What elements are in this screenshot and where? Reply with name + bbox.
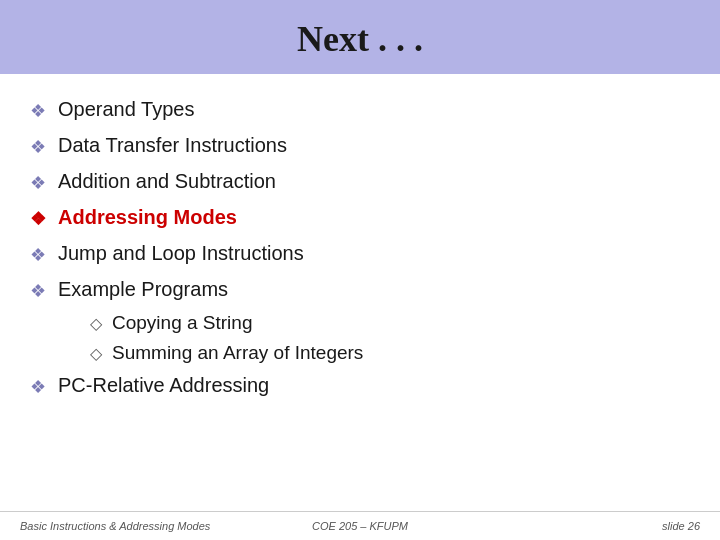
bullet-pc-relative-text: PC-Relative Addressing bbox=[58, 374, 269, 397]
slide-content: ❖ Operand Types ❖ Data Transfer Instruct… bbox=[0, 74, 720, 511]
bullet-jump: ❖ Jump and Loop Instructions bbox=[30, 236, 680, 272]
bullet-addressing: ❖ Addressing Modes bbox=[30, 200, 680, 236]
sub-bullets-container: ◇ Copying a String ◇ Summing an Array of… bbox=[90, 308, 680, 368]
bullet-operand: ❖ Operand Types bbox=[30, 92, 680, 128]
sub-bullet-summing: ◇ Summing an Array of Integers bbox=[90, 338, 680, 368]
bullet-operand-text: Operand Types bbox=[58, 98, 194, 121]
diamond-icon-4: ❖ bbox=[30, 208, 46, 230]
bullet-addressing-text: Addressing Modes bbox=[58, 206, 237, 229]
footer-left-text: Basic Instructions & Addressing Modes bbox=[20, 520, 247, 532]
diamond-icon-6: ❖ bbox=[30, 280, 46, 302]
bullet-addition: ❖ Addition and Subtraction bbox=[30, 164, 680, 200]
diamond-icon-2: ❖ bbox=[30, 136, 46, 158]
bullet-example-text: Example Programs bbox=[58, 278, 228, 301]
diamond-icon-3: ❖ bbox=[30, 172, 46, 194]
sub-bullet-copying: ◇ Copying a String bbox=[90, 308, 680, 338]
bullet-data-transfer: ❖ Data Transfer Instructions bbox=[30, 128, 680, 164]
slide-title: Next . . . bbox=[297, 19, 423, 59]
slide: Next . . . ❖ Operand Types ❖ Data Transf… bbox=[0, 0, 720, 540]
open-diamond-icon-1: ◇ bbox=[90, 314, 102, 333]
bullet-pc-relative: ❖ PC-Relative Addressing bbox=[30, 368, 680, 404]
diamond-icon-5: ❖ bbox=[30, 244, 46, 266]
bullet-addition-text: Addition and Subtraction bbox=[58, 170, 276, 193]
footer-right-text: slide 26 bbox=[473, 520, 700, 532]
diamond-icon-7: ❖ bbox=[30, 376, 46, 398]
bullet-jump-text: Jump and Loop Instructions bbox=[58, 242, 304, 265]
bullet-example: ❖ Example Programs bbox=[30, 272, 680, 308]
title-bar: Next . . . bbox=[0, 0, 720, 74]
bullet-data-transfer-text: Data Transfer Instructions bbox=[58, 134, 287, 157]
open-diamond-icon-2: ◇ bbox=[90, 344, 102, 363]
diamond-icon-1: ❖ bbox=[30, 100, 46, 122]
sub-bullet-summing-text: Summing an Array of Integers bbox=[112, 342, 363, 364]
sub-bullet-copying-text: Copying a String bbox=[112, 312, 252, 334]
slide-footer: Basic Instructions & Addressing Modes CO… bbox=[0, 511, 720, 540]
footer-center-text: COE 205 – KFUPM bbox=[247, 520, 474, 532]
